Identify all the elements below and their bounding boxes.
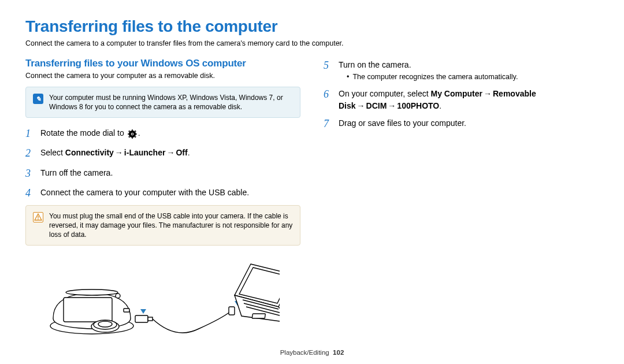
sub-bullet-text: The computer recognizes the camera autom… xyxy=(352,72,518,82)
step-number: 3 xyxy=(25,166,35,181)
step-text: Drag or save files to your computer. xyxy=(339,116,466,129)
svg-point-20 xyxy=(116,294,120,298)
svg-rect-13 xyxy=(38,218,38,219)
svg-point-19 xyxy=(66,289,118,295)
info-callout: ✎ Your computer must be running Windows … xyxy=(25,87,300,118)
section-subtext: Connect the camera to your computer as a… xyxy=(25,72,300,80)
svg-rect-30 xyxy=(252,314,265,318)
step-3: 3 Turn off the camera. xyxy=(25,166,300,181)
step-text-part: . xyxy=(138,128,140,138)
page-footer: Playback/Editing 102 xyxy=(0,349,624,356)
step-text-part: On your computer, select xyxy=(339,89,431,98)
svg-point-18 xyxy=(98,321,112,327)
svg-rect-2 xyxy=(132,129,133,131)
arrow-icon: → xyxy=(482,89,493,98)
step-text-bold: DCIM xyxy=(366,101,387,110)
svg-rect-12 xyxy=(38,216,38,218)
arrow-icon: → xyxy=(387,101,397,110)
step-sub-bullet: The computer recognizes the camera autom… xyxy=(339,72,518,82)
svg-rect-23 xyxy=(148,317,153,321)
step-number: 4 xyxy=(25,185,35,200)
step-2: 2 Select Connectivity→i-Launcher→Off. xyxy=(25,146,300,161)
right-column: 5 Turn on the camera. The computer recog… xyxy=(324,58,599,343)
step-text-bold: Connectivity xyxy=(65,148,114,157)
section-title: Transferring files to your Windows OS co… xyxy=(25,58,300,69)
step-text: On your computer, select My Computer→Rem… xyxy=(339,87,599,112)
svg-rect-15 xyxy=(64,298,112,322)
step-7: 7 Drag or save files to your computer. xyxy=(324,116,599,131)
page-title: Transferring files to the computer xyxy=(25,17,599,36)
step-text-bold: My Computer xyxy=(431,89,482,98)
svg-rect-4 xyxy=(128,133,129,135)
step-number: 1 xyxy=(25,126,35,141)
step-number: 2 xyxy=(25,146,35,161)
two-column-layout: Transferring files to your Windows OS co… xyxy=(25,58,599,343)
step-1: 1 Rotate the mode dial to . xyxy=(25,126,300,141)
warning-icon xyxy=(33,212,43,222)
step-text: Rotate the mode dial to . xyxy=(40,126,140,139)
step-4: 4 Connect the camera to your computer wi… xyxy=(25,185,300,200)
step-text-part: . xyxy=(188,148,190,157)
arrow-icon: → xyxy=(165,148,176,157)
step-text-part: Rotate the mode dial to xyxy=(40,128,127,138)
svg-text:✎: ✎ xyxy=(36,95,41,102)
left-column: Transferring files to your Windows OS co… xyxy=(25,58,300,343)
step-text-bold: Off xyxy=(176,148,187,157)
intro-text: Connect the camera to a computer to tran… xyxy=(25,39,599,47)
step-text-bold: i-Launcher xyxy=(124,148,166,157)
svg-rect-5 xyxy=(135,133,137,135)
gear-mode-icon xyxy=(128,129,137,139)
footer-page-number: 102 xyxy=(333,349,344,356)
arrow-icon: → xyxy=(356,101,366,110)
step-number: 5 xyxy=(324,58,333,73)
step-6: 6 On your computer, select My Computer→R… xyxy=(324,87,599,112)
step-number: 6 xyxy=(324,87,333,102)
svg-rect-3 xyxy=(132,137,133,139)
step-5: 5 Turn on the camera. The computer recog… xyxy=(324,58,599,82)
warning-callout-text: You must plug the small end of the USB c… xyxy=(49,211,293,240)
step-number: 7 xyxy=(324,116,333,131)
step-text-part: Select xyxy=(40,148,65,157)
step-text-bold: 100PHOTO xyxy=(397,101,439,110)
step-text: Connect the camera to your computer with… xyxy=(40,185,249,198)
step-text-part: . xyxy=(439,101,441,110)
svg-rect-21 xyxy=(124,309,129,312)
svg-marker-25 xyxy=(140,309,146,314)
arrow-icon: → xyxy=(114,148,124,157)
warning-callout: You must plug the small end of the USB c… xyxy=(25,205,300,246)
camera-laptop-illustration xyxy=(37,254,300,343)
svg-point-11 xyxy=(131,133,132,134)
info-icon: ✎ xyxy=(33,94,43,104)
step-text: Turn off the camera. xyxy=(40,166,113,179)
step-text-part: Turn on the camera. xyxy=(339,60,411,69)
svg-rect-22 xyxy=(135,315,148,322)
step-text: Turn on the camera. The computer recogni… xyxy=(339,58,518,82)
footer-section: Playback/Editing xyxy=(280,349,329,356)
info-callout-text: Your computer must be running Windows XP… xyxy=(49,93,293,112)
step-text: Select Connectivity→i-Launcher→Off. xyxy=(40,146,190,158)
svg-rect-24 xyxy=(229,307,235,315)
